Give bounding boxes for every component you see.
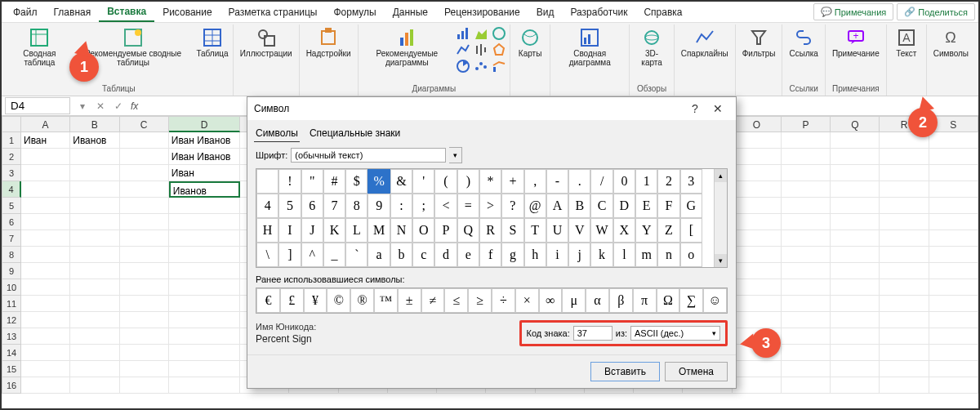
char-cell[interactable]: Z [657,218,679,243]
cell-A6[interactable] [21,214,70,230]
cell-R16[interactable] [880,377,929,394]
cell-R12[interactable] [880,312,929,328]
pivot-table-button[interactable]: Сводная таблица [8,26,71,69]
menu-pagelayout[interactable]: Разметка страницы [220,3,326,21]
cell-C12[interactable] [120,312,169,328]
cell-D11[interactable] [169,296,240,312]
cell-S13[interactable] [929,328,978,345]
cell-O7[interactable] [733,230,782,247]
char-cell[interactable]: L [345,218,368,243]
cell-R8[interactable] [880,247,929,263]
cell-P3[interactable] [782,165,831,181]
cell-B4[interactable] [70,181,119,198]
recent-char[interactable]: ☺ [703,288,727,313]
cell-B13[interactable] [70,328,119,345]
cell-A4[interactable] [21,181,70,198]
char-cell[interactable]: / [590,169,612,194]
char-cell[interactable]: - [546,169,568,194]
cell-O1[interactable] [733,132,782,149]
row-header-2[interactable]: 2 [2,149,21,165]
row-header-6[interactable]: 6 [2,214,21,230]
col-header-B[interactable]: B [70,116,119,132]
cell-O15[interactable] [733,361,782,377]
line-chart-icon[interactable] [456,42,470,57]
char-cell[interactable]: e [457,243,479,267]
cell-R6[interactable] [880,214,929,230]
recent-char[interactable]: ∑ [679,288,703,313]
cell-S12[interactable] [929,312,978,328]
row-header-7[interactable]: 7 [2,230,21,247]
cell-Q7[interactable] [831,230,880,247]
row-header-11[interactable]: 11 [2,296,21,312]
cell-Q12[interactable] [831,312,880,328]
cell-S8[interactable] [929,247,978,263]
cell-B11[interactable] [70,296,119,312]
namebox-dropdown[interactable]: ▾ [74,100,91,112]
cell-Q8[interactable] [831,247,880,263]
cell-C10[interactable] [120,279,169,296]
char-cell[interactable]: ) [457,169,479,194]
cell-O8[interactable] [733,247,782,263]
recent-char[interactable]: ® [350,288,374,313]
char-cell[interactable] [256,169,278,194]
cell-Q4[interactable] [831,181,880,198]
cell-R4[interactable] [880,181,929,198]
help-icon[interactable]: ? [684,102,706,115]
menu-formulas[interactable]: Формулы [325,3,384,21]
cell-O10[interactable] [733,279,782,296]
font-input[interactable] [291,148,446,163]
row-header-8[interactable]: 8 [2,247,21,263]
cell-B2[interactable] [70,149,119,165]
cell-P15[interactable] [782,361,831,377]
char-cell[interactable]: V [568,218,590,243]
cell-B12[interactable] [70,312,119,328]
cell-Q2[interactable] [831,149,880,165]
cell-Q5[interactable] [831,198,880,214]
char-cell[interactable]: K [323,218,345,243]
char-cell[interactable]: 2 [657,169,679,194]
row-header-3[interactable]: 3 [2,165,21,181]
char-cell[interactable]: Q [457,218,479,243]
char-cell[interactable]: k [590,243,612,267]
char-cell[interactable]: ] [278,243,301,267]
recent-char[interactable]: α [586,288,609,313]
recent-char[interactable]: Ω [657,288,680,313]
cell-D7[interactable] [169,230,240,247]
recent-char[interactable]: € [256,288,280,313]
cell-B10[interactable] [70,279,119,296]
char-cell[interactable]: : [390,194,412,218]
table-button[interactable]: Таблица [195,26,229,60]
char-cell[interactable]: m [635,243,657,267]
char-cell[interactable]: # [323,169,345,194]
comment-button[interactable]: + Примечание [829,26,883,60]
char-cell[interactable]: 5 [278,194,301,218]
cell-P11[interactable] [782,296,831,312]
char-cell[interactable]: U [546,218,568,243]
insert-button[interactable]: Вставить [590,362,660,381]
char-cell[interactable]: M [368,218,390,243]
cell-R5[interactable] [880,198,929,214]
scatter-chart-icon[interactable] [474,59,488,74]
text-button[interactable]: A Текст [890,26,923,60]
col-header-P[interactable]: P [782,116,831,132]
cell-S11[interactable] [929,296,978,312]
cell-Q15[interactable] [831,361,880,377]
recent-char[interactable]: © [327,288,350,313]
cell-P7[interactable] [782,230,831,247]
cell-C15[interactable] [120,361,169,377]
radar-chart-icon[interactable] [492,42,506,57]
cell-Q3[interactable] [831,165,880,181]
pie-chart-icon[interactable] [456,59,470,74]
cell-A5[interactable] [21,198,70,214]
char-cell[interactable]: l [613,243,635,267]
cell-S5[interactable] [929,198,978,214]
char-cell[interactable]: N [390,218,412,243]
recent-char[interactable]: ÷ [492,288,515,313]
char-cell[interactable]: 7 [323,194,345,218]
cell-Q6[interactable] [831,214,880,230]
cell-O16[interactable] [733,377,782,394]
char-cell[interactable]: i [546,243,568,267]
cell-A13[interactable] [21,328,70,345]
cell-S1[interactable] [929,132,978,149]
char-cell[interactable]: o [680,243,702,267]
